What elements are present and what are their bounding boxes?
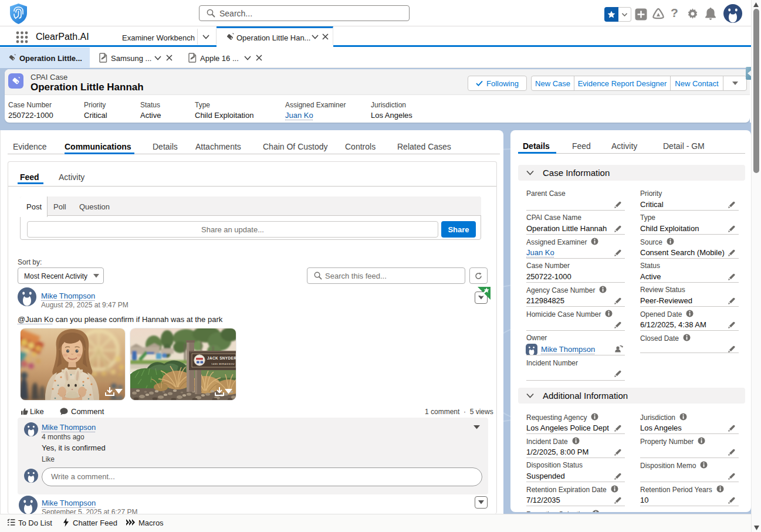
svg-text:1489 MIRASSOU: 1489 MIRASSOU — [211, 362, 235, 365]
svg-text:JACK SNYDER: JACK SNYDER — [207, 356, 236, 360]
